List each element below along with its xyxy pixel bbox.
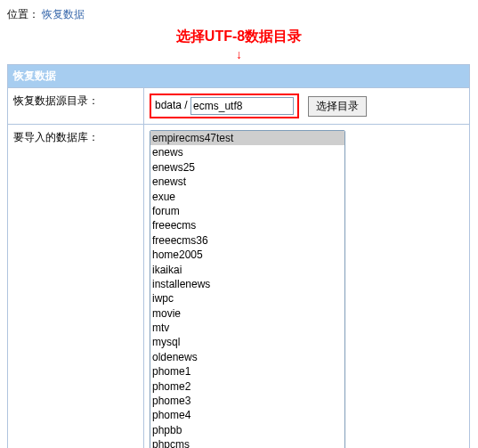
database-listbox[interactable]: empirecms47testenewsenews25enewstexuefor… — [150, 130, 345, 448]
location-label: 位置： — [7, 8, 39, 20]
db-option[interactable]: enewst — [150, 175, 344, 189]
db-option[interactable]: phome1 — [150, 364, 344, 379]
db-option[interactable]: exue — [150, 190, 344, 204]
db-option[interactable]: iwpc — [150, 291, 344, 305]
db-option[interactable]: mtv — [150, 321, 344, 335]
import-db-cell: empirecms47testenewsenews25enewstexuefor… — [144, 125, 470, 449]
db-option[interactable]: enews — [150, 145, 344, 159]
db-option[interactable]: phome3 — [150, 394, 344, 408]
source-dir-highlight: bdata / — [150, 94, 299, 118]
source-dir-cell: bdata / 选择目录 — [144, 88, 470, 125]
restore-form-table: 恢复数据 恢复数据源目录： bdata / 选择目录 要导入的数据库： empi… — [7, 64, 470, 448]
source-dir-input[interactable] — [190, 97, 294, 115]
import-db-label: 要导入的数据库： — [8, 125, 144, 449]
choose-dir-button[interactable]: 选择目录 — [308, 96, 367, 117]
db-option[interactable]: mysql — [150, 335, 344, 349]
panel-header: 恢复数据 — [8, 65, 470, 88]
db-option[interactable]: home2005 — [150, 248, 344, 262]
db-option[interactable]: empirecms47test — [150, 131, 344, 145]
annotation-text: 选择UTF-8数据目录 — [7, 28, 471, 46]
db-option[interactable]: forum — [150, 204, 344, 218]
location-link[interactable]: 恢复数据 — [42, 8, 85, 20]
db-option[interactable]: ikaikai — [150, 263, 344, 277]
dir-prefix: bdata / — [155, 99, 190, 111]
db-option[interactable]: movie — [150, 306, 344, 321]
source-dir-label: 恢复数据源目录： — [8, 88, 144, 125]
db-option[interactable]: enews25 — [150, 160, 344, 175]
db-option[interactable]: freeecms — [150, 218, 344, 232]
db-option[interactable]: freeecms36 — [150, 233, 344, 248]
annotation-arrow-icon: ↓ — [7, 48, 471, 61]
db-option[interactable]: phome2 — [150, 379, 344, 394]
db-option[interactable]: installenews — [150, 277, 344, 291]
db-option[interactable]: phpcms — [150, 437, 344, 448]
db-option[interactable]: oldenews — [150, 350, 344, 364]
db-option[interactable]: phpbb — [150, 423, 344, 437]
breadcrumb: 位置： 恢复数据 — [7, 7, 471, 22]
db-option[interactable]: phome4 — [150, 408, 344, 422]
